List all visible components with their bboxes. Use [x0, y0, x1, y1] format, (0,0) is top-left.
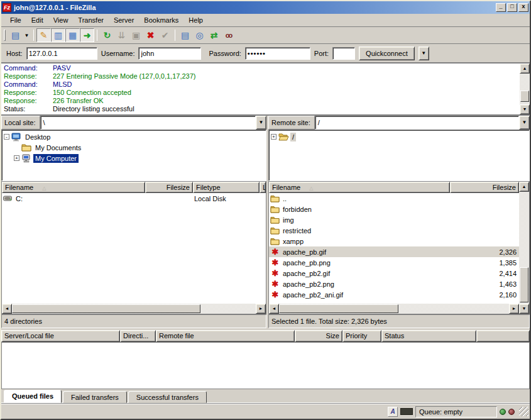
tab-failed-transfers[interactable]: Failed transfers [63, 391, 127, 403]
column-last-modified[interactable]: L [260, 182, 266, 193]
host-input[interactable]: 127.0.0.1 [26, 47, 97, 60]
scroll-down-icon[interactable]: ▼ [519, 304, 529, 314]
scroll-up-icon[interactable]: ▲ [520, 64, 530, 74]
file-row[interactable]: xampp [269, 236, 519, 246]
column-filesize[interactable]: Filesize [145, 182, 193, 193]
site-manager-button[interactable]: ▤ [8, 28, 23, 42]
menu-view[interactable]: View [48, 15, 74, 25]
tree-item-my-computer[interactable]: + My Computer [2, 153, 266, 163]
expand-icon[interactable]: + [271, 134, 276, 140]
file-row-c-drive[interactable]: C: Local Disk [2, 193, 266, 204]
menu-help[interactable]: Help [183, 15, 208, 25]
scroll-left-icon[interactable]: ◄ [2, 304, 12, 314]
menu-bookmarks[interactable]: Bookmarks [139, 15, 183, 25]
disconnect-button[interactable]: ✖ [143, 28, 158, 42]
filename-filters-button[interactable]: ▤ [178, 28, 192, 42]
message-log-lines[interactable]: Command:PASV Response:227 Entering Passi… [1, 64, 520, 114]
file-row[interactable]: restricted [269, 225, 519, 236]
column-status[interactable]: Status [381, 330, 476, 342]
file-name: apache_pb.gif [280, 248, 449, 256]
quickconnect-button[interactable]: Quickconnect [359, 47, 415, 60]
menu-edit[interactable]: Edit [26, 15, 48, 25]
file-row-selected[interactable]: ✱ apache_pb.gif 2,326 [269, 246, 519, 257]
scroll-down-icon[interactable]: ▼ [520, 104, 530, 114]
site-manager-dropdown-button[interactable]: ▼ [23, 28, 31, 42]
tree-item-desktop[interactable]: - Desktop [2, 131, 266, 142]
username-input[interactable]: john [138, 47, 201, 60]
local-tree-icon: ▥ [54, 31, 62, 40]
chevron-down-icon: ▼ [421, 50, 426, 56]
menu-server[interactable]: Server [109, 15, 139, 25]
quickconnect-dropdown[interactable]: ▼ [419, 47, 429, 60]
scroll-up-icon[interactable]: ▲ [519, 182, 529, 192]
remote-site-combo[interactable]: / [315, 116, 519, 130]
remote-list-hscrollbar[interactable]: ◄ ► [269, 304, 519, 314]
collapse-icon[interactable]: - [4, 134, 9, 140]
chevron-down-icon[interactable]: ▼ [519, 116, 530, 130]
log-line: Response:150 Connection accepted [4, 89, 520, 97]
directory-comparison-button[interactable]: ◎ [192, 28, 207, 42]
tree-item-my-documents[interactable]: My Documents [2, 142, 266, 153]
app-icon: Fz [3, 3, 11, 12]
toggle-queue-button[interactable]: ➜ [80, 28, 94, 42]
scroll-left-icon[interactable]: ◄ [269, 304, 279, 314]
file-row[interactable]: .. [269, 193, 519, 204]
column-filename[interactable]: Filename△ [269, 182, 450, 193]
local-list-hscrollbar[interactable]: ◄ ► [2, 304, 266, 314]
menu-transfer[interactable]: Transfer [73, 15, 109, 25]
file-row[interactable]: ✱ apache_pb2.gif 2,414 [269, 268, 519, 279]
refresh-button[interactable]: ↻ [100, 28, 114, 42]
file-row[interactable]: ✱ apache_pb2.png 1,463 [269, 279, 519, 289]
password-input[interactable]: •••••• [245, 47, 310, 60]
synchronized-browsing-button[interactable]: ⇄ [207, 28, 221, 42]
scroll-right-icon[interactable]: ► [509, 304, 519, 314]
speedlimit-icon[interactable] [400, 408, 413, 415]
file-row[interactable]: ✱ apache_pb2_ani.gif 2,160 [269, 289, 519, 300]
column-filesize[interactable]: Filesize [450, 182, 519, 193]
column-filename[interactable]: Filename△ [2, 182, 145, 193]
username-label: Username: [101, 50, 135, 57]
minimize-button[interactable]: _ [496, 3, 506, 12]
file-row[interactable]: ✱ apache_pb.png 1,385 [269, 257, 519, 268]
find-files-button[interactable]: oo [221, 28, 236, 42]
scrollbar-thumb[interactable] [520, 91, 529, 102]
scrollbar-thumb[interactable] [520, 267, 528, 302]
local-directory-tree[interactable]: - Desktop My Documents + My Computer [1, 130, 266, 181]
column-direction[interactable]: Directi... [120, 330, 156, 342]
toggle-message-log-button[interactable]: ✎ [36, 28, 51, 42]
expand-icon[interactable]: + [14, 155, 19, 161]
scrollbar-thumb[interactable] [279, 304, 398, 313]
tab-successful-transfers[interactable]: Successful transfers [128, 391, 207, 403]
folder-icon [270, 227, 280, 235]
scroll-right-icon[interactable]: ► [256, 304, 266, 314]
tree-item-root[interactable]: + / [269, 131, 529, 142]
resize-grip[interactable] [519, 407, 528, 416]
toggle-local-tree-button[interactable]: ▥ [51, 28, 65, 42]
file-row[interactable]: img [269, 214, 519, 225]
tab-queued-files[interactable]: Queued files [4, 390, 62, 403]
column-priority[interactable]: Priority [342, 330, 381, 342]
log-scrollbar[interactable]: ▲ ▼ [520, 64, 530, 114]
local-site-combo[interactable]: \ [40, 116, 256, 130]
close-button[interactable]: x [518, 3, 528, 12]
toggle-remote-tree-button[interactable]: ▦ [65, 28, 80, 42]
remote-list-vscrollbar[interactable]: ▲ ▼ [519, 182, 529, 314]
file-row[interactable]: forbidden [269, 204, 519, 214]
port-input[interactable] [332, 47, 355, 60]
title-bar[interactable]: Fz john@127.0.0.1 - FileZilla _ □ x [1, 1, 530, 14]
remote-directory-tree[interactable]: + / [268, 130, 530, 181]
chevron-down-icon[interactable]: ▼ [256, 116, 266, 130]
column-remote-file[interactable]: Remote file [156, 330, 295, 342]
column-size[interactable]: Size [295, 330, 342, 342]
column-filetype[interactable]: Filetype [193, 182, 260, 193]
scrollbar-thumb[interactable] [12, 304, 200, 313]
transfer-type-ascii-icon[interactable]: A [388, 407, 398, 417]
file-name: xampp [280, 238, 449, 245]
maximize-button[interactable]: □ [507, 3, 517, 12]
column-server-local-file[interactable]: Server/Local file [1, 330, 120, 342]
toolbar-separator [175, 30, 175, 41]
transfer-queue-list[interactable] [1, 342, 530, 389]
remote-list-body[interactable]: .. forbidden img [269, 193, 519, 304]
local-list-body[interactable]: C: Local Disk [2, 193, 266, 304]
menu-file[interactable]: File [5, 15, 26, 25]
